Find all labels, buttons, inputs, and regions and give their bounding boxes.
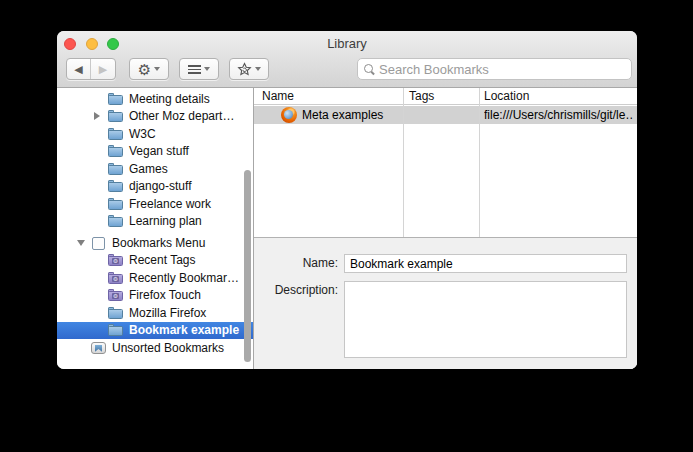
folder-icon: [108, 306, 124, 320]
sidebar-item-label: Games: [129, 162, 168, 176]
sidebar-item-unsorted-bookmarks[interactable]: Unsorted Bookmarks: [57, 339, 253, 357]
back-button[interactable]: ◀: [67, 59, 91, 79]
folder-icon: [108, 92, 124, 106]
search-input[interactable]: [379, 62, 625, 77]
sidebar-item-w3c[interactable]: W3C: [57, 125, 253, 143]
titlebar: Library ◀ ▶ ⚙: [57, 31, 637, 88]
sidebar-item-label: Firefox Touch: [129, 288, 201, 302]
star-backup-icon: [237, 62, 252, 77]
folder-icon: [108, 179, 124, 193]
history-nav-segmented-control: ◀ ▶: [66, 58, 116, 80]
description-field[interactable]: [344, 281, 627, 358]
sidebar-item-firefox-touch[interactable]: ⚙Firefox Touch: [57, 287, 253, 305]
bookmark-name: Meta examples: [302, 108, 383, 122]
sidebar-item-label: Recently Bookmar…: [129, 271, 239, 285]
import-backup-button[interactable]: [229, 58, 269, 80]
sidebar-item-django-stuff[interactable]: django-stuff: [57, 178, 253, 196]
sidebar-item-label: django-stuff: [129, 179, 192, 193]
smart-folder-icon: ⚙: [108, 271, 124, 285]
sidebar-item-meeting-details[interactable]: Meeting details: [57, 90, 253, 108]
bookmark-details-pane: Name: Description:: [254, 238, 637, 369]
sidebar-scrollbar[interactable]: [244, 170, 251, 362]
column-divider[interactable]: [403, 88, 404, 237]
sidebar-item-other-moz-depart[interactable]: Other Moz depart…: [57, 108, 253, 126]
list-header: Name Tags Location: [254, 88, 637, 105]
folder-icon: [108, 144, 124, 158]
sidebar-item-recent-tags[interactable]: ⚙Recent Tags: [57, 252, 253, 270]
sidebar-item-mozilla-firefox[interactable]: Mozilla Firefox: [57, 304, 253, 322]
desktop-background: Library ◀ ▶ ⚙: [0, 0, 693, 452]
firefox-favicon: [281, 107, 297, 123]
search-field-container: [357, 58, 632, 80]
disclosure-triangle-expanded[interactable]: [77, 240, 91, 246]
forward-button[interactable]: ▶: [91, 59, 115, 79]
sidebar-item-freelance-work[interactable]: Freelance work: [57, 195, 253, 213]
sidebar-item-recently-bookmar[interactable]: ⚙Recently Bookmar…: [57, 269, 253, 287]
views-button[interactable]: [179, 58, 219, 80]
folder-icon: [108, 127, 124, 141]
window-title: Library: [57, 36, 637, 51]
bookmark-list-panel: Name Tags Location Meta examples file://…: [254, 88, 637, 369]
back-icon: ◀: [74, 64, 82, 75]
forward-icon: ▶: [99, 64, 107, 75]
search-icon: [364, 64, 375, 75]
folder-icon: [108, 197, 124, 211]
column-header-location[interactable]: Location: [484, 89, 529, 103]
list-lines-icon: [188, 65, 201, 74]
organize-button[interactable]: ⚙: [129, 58, 169, 80]
unsorted-bookmarks-icon: [91, 341, 107, 355]
column-header-name[interactable]: Name: [262, 89, 294, 103]
sidebar-item-label: Freelance work: [129, 197, 211, 211]
bookmark-row-selected[interactable]: Meta examples file:///Users/chrismills/g…: [254, 106, 637, 124]
sidebar-item-label: Other Moz depart…: [129, 109, 234, 123]
folder-icon: [108, 162, 124, 176]
chevron-down-icon: [154, 67, 160, 71]
gear-icon: ⚙: [138, 62, 151, 77]
sidebar-item-label: W3C: [129, 127, 156, 141]
chevron-down-icon: [255, 67, 261, 71]
sidebar-item-bookmark-example[interactable]: Bookmark example: [57, 322, 253, 340]
sidebar-item-label: Mozilla Firefox: [129, 306, 206, 320]
sidebar-item-bookmarks-menu[interactable]: Bookmarks Menu: [57, 234, 253, 252]
sidebar-item-label: Vegan stuff: [129, 144, 189, 158]
bookmark-location: file:///Users/chrismills/git/le…: [484, 106, 634, 124]
sidebar-item-label: Learning plan: [129, 214, 202, 228]
bookmarks-menu-icon: [91, 236, 107, 250]
chevron-down-icon: [204, 67, 210, 71]
name-field-label: Name:: [254, 254, 338, 272]
sidebar-item-games[interactable]: Games: [57, 160, 253, 178]
smart-folder-icon: ⚙: [108, 253, 124, 267]
sidebar-item-label: Unsorted Bookmarks: [112, 341, 224, 355]
column-header-tags[interactable]: Tags: [409, 89, 434, 103]
library-window: Library ◀ ▶ ⚙: [57, 31, 637, 369]
sidebar-item-label: Bookmarks Menu: [112, 236, 205, 250]
bookmarks-sidebar: Meeting detailsOther Moz depart…W3CVegan…: [57, 88, 254, 369]
folder-icon: [108, 214, 124, 228]
sidebar-item-label: Bookmark example: [129, 323, 239, 337]
name-field[interactable]: [344, 254, 627, 273]
disclosure-triangle-collapsed[interactable]: [94, 112, 108, 120]
sidebar-item-label: Meeting details: [129, 92, 210, 106]
folder-icon: [108, 323, 124, 337]
smart-folder-icon: ⚙: [108, 288, 124, 302]
description-field-label: Description:: [254, 281, 338, 299]
sidebar-item-learning-plan[interactable]: Learning plan: [57, 213, 253, 231]
folder-icon: [108, 109, 124, 123]
sidebar-item-label: Recent Tags: [129, 253, 196, 267]
sidebar-item-vegan-stuff[interactable]: Vegan stuff: [57, 143, 253, 161]
column-divider[interactable]: [479, 88, 480, 237]
